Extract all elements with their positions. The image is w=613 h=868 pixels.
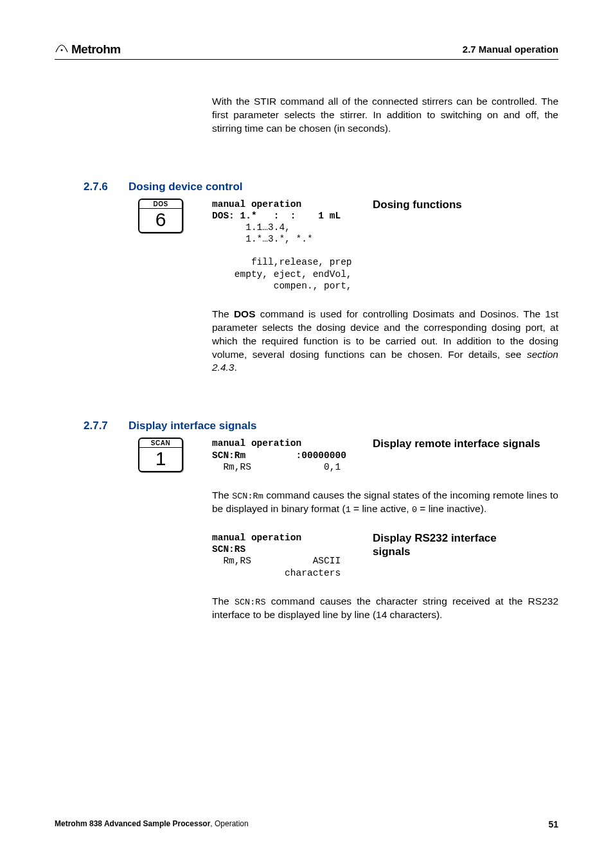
section-277-heading: 2.7.7 Display interface signals [84,420,558,432]
footer-left: Metrohm 838 Advanced Sample Processor, O… [55,819,249,829]
page-footer: Metrohm 838 Advanced Sample Processor, O… [55,819,558,829]
rs232-mono-block: manual operation SCN:RS Rm,RS ASCII char… [212,532,353,579]
rs232-signals-info-block: manual operation SCN:RS Rm,RS ASCII char… [212,532,558,579]
remote-mono-l1: manual operation [212,438,301,448]
dosing-info-block: manual operation DOS: 1.* : : 1 mL 1.1…3… [212,199,558,292]
rs232-mono-l4: characters [212,568,341,578]
dosing-mono-l8: compen., port, [212,281,352,291]
section-276-title: Dosing device control [129,181,243,193]
logo-icon [55,42,69,57]
dosing-info-title: Dosing functions [373,199,462,292]
dosing-mono-block: manual operation DOS: 1.* : : 1 mL 1.1…3… [212,199,353,292]
rs232-mono-l3: Rm,RS ASCII [212,556,341,566]
svg-point-0 [61,49,63,51]
remote-signals-info-block: manual operation SCN:Rm :00000000 Rm,RS … [212,438,558,472]
p277a-mono2: 1 [346,505,351,515]
dosing-mono-l7: empty, eject, endVol, [212,269,352,279]
section-277-num: 2.7.7 [84,420,117,432]
remote-mono-block: manual operation SCN:Rm :00000000 Rm,RS … [212,438,353,472]
rs232-mono-l1: manual operation [212,533,301,543]
p277a-pre: The [212,490,232,500]
dosing-mono-l4: 1.*…3.*, *.* [212,234,313,244]
section-276-paragraph: The DOS command is used for controlling … [212,308,558,375]
dosing-mono-l3: 1.1…3.4, [212,222,290,233]
remote-mono-l2: SCN:Rm :00000000 [212,450,346,461]
dosing-mono-l6: fill,release, prep [212,257,352,267]
header-section-label: 2.7 Manual operation [463,44,558,55]
footer-product: Metrohm 838 Advanced Sample Processor [55,819,210,828]
section-276-heading: 2.7.6 Dosing device control [84,181,558,193]
p276-pre: The [212,308,234,319]
scan-key-number: 1 [139,448,182,471]
remote-mono-l3: Rm,RS 0,1 [212,462,341,472]
p277a-end: = line inactive). [417,503,486,514]
p277a-mid2: = line active, [351,503,412,514]
p276-end: . [234,362,236,373]
p277b-mono: SCN:RS [235,598,266,607]
dosing-mono-l1: manual operation [212,199,301,209]
footer-suffix: , Operation [210,819,248,828]
remote-info-title: Display remote interface signals [373,438,540,472]
dos-key-number: 6 [139,209,182,232]
p276-bold: DOS [234,308,256,319]
p276-post: command is used for controlling Dosimats… [212,308,558,360]
p277a-mono: SCN:Rm [232,492,263,501]
dosing-mono-l2: DOS: 1.* : : 1 mL [212,211,341,221]
p277a-mono3: 0 [412,505,417,515]
dos-key-label: DOS [139,200,182,209]
section-276-num: 2.7.6 [84,181,117,193]
page-header: Metrohm 2.7 Manual operation [55,42,558,60]
section-277a-paragraph: The SCN:Rm command causes the signal sta… [212,489,558,516]
section-277-title: Display interface signals [129,420,256,432]
intro-paragraph: With the STIR command all of the connect… [212,95,558,136]
footer-page-number: 51 [548,819,558,829]
scan-key-button: SCAN 1 [138,438,183,472]
logo-text: Metrohm [71,42,121,57]
rs232-info-title: Display RS232 interface signals [373,532,533,579]
dos-key-button: DOS 6 [138,199,183,233]
scan-key-label: SCAN [139,439,182,448]
section-277b-paragraph: The SCN:RS command causes the character … [212,595,558,622]
rs232-mono-l2: SCN:RS [212,544,245,554]
logo: Metrohm [55,42,121,57]
p277b-pre: The [212,596,235,607]
